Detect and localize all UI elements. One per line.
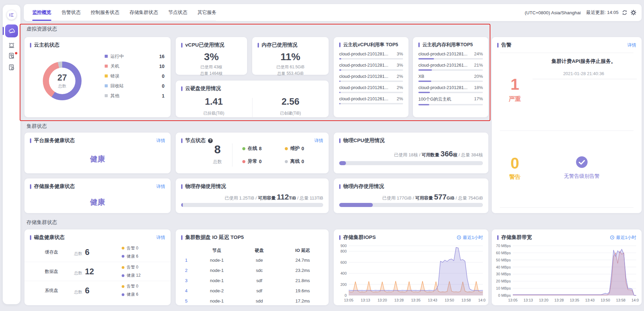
card-title: 内存已使用情况 — [262, 42, 297, 48]
legend-item-other: 其他1 — [105, 91, 164, 101]
legend-swatch — [105, 65, 108, 68]
io-latency-table: 节点 硬盘 IO 延迟 1node-1sde24.7ms 2node-1sdc2… — [176, 246, 329, 306]
tabs-baseline — [32, 20, 216, 21]
top5-item: cloud-product-2101281...3% — [339, 51, 403, 59]
legend-item-recycle: 回收站0 — [105, 81, 164, 91]
tab-control-service-status[interactable]: 控制服务状态 — [91, 10, 119, 16]
top5-item: cloud-product-2101281...3% — [339, 63, 403, 71]
divider — [533, 79, 637, 79]
sidebar-item-monitor-overview[interactable] — [5, 24, 18, 37]
node-total: 8 总数 — [203, 143, 232, 165]
sidebar-item-history[interactable] — [8, 64, 15, 71]
disk-created: 2.56 已创建(TiB) — [253, 97, 329, 118]
card-disk-health: 磁盘健康状态详情 缓存盘 总数6 告警 0 健康 6 数据盘 总数12 告警 0… — [24, 229, 171, 305]
card-physical-memory: 物理内存使用情况 已使用 177GiB / 可用容量 577GiB / 总量 7… — [334, 178, 488, 213]
disk-alert-count: 告警 0 — [122, 264, 167, 270]
active-nav-indicator — [3, 27, 4, 35]
top5-item: cloud-product-2101281...2% — [339, 74, 403, 82]
sidebar — [3, 5, 20, 304]
gear-icon[interactable] — [631, 10, 636, 15]
node-total-count: 8 — [203, 143, 232, 156]
card-title: 集群数据盘 IO 延迟 TOP5 — [185, 234, 244, 241]
disk-alert-count: 告警 0 — [122, 283, 167, 289]
svg-text:0 MBps: 0 MBps — [498, 293, 511, 297]
menu-toggle-button[interactable] — [7, 10, 16, 20]
legend-dot — [122, 285, 124, 288]
tab-node-status[interactable]: 节点状态 — [168, 10, 187, 16]
tab-alert-status[interactable]: 告警状态 — [62, 10, 81, 16]
svg-text:200: 200 — [341, 282, 347, 287]
legend-dot — [122, 266, 124, 269]
card-physical-storage: 物理存储使用情况 已使用 1.25TiB / 可用容量 112TiB / 总量 … — [176, 178, 329, 213]
tab-storage-cluster-status[interactable]: 存储集群状态 — [129, 10, 158, 16]
card-title: 平台服务健康状态 — [34, 137, 75, 144]
alert-message: 集群计费API服务停止服务。 — [529, 58, 638, 65]
card-storage-iops-chart: 存储集群IOPS 最近1小时 900800600400200013:0513:1… — [334, 229, 488, 305]
card-io-latency-top5: 集群数据盘 IO 延迟 TOP5 节点 硬盘 IO 延迟 1node-1sde2… — [176, 229, 329, 305]
svg-text:13:13: 13:13 — [361, 298, 370, 302]
card-vcpu-top5: 云主机vCPU利用率 TOP5 cloud-product-2101281...… — [334, 37, 408, 117]
card-title: 告警 — [501, 42, 511, 48]
svg-text:13:43: 13:43 — [428, 298, 437, 302]
title-mark — [30, 235, 31, 240]
svg-text:13:05: 13:05 — [344, 298, 353, 302]
svg-text:600: 600 — [341, 260, 347, 264]
table-row: 4node-2sdf19.6ms — [178, 286, 327, 296]
svg-text:13:43: 13:43 — [585, 298, 595, 302]
critical-count: 1 — [501, 75, 529, 93]
card-node-status: 节点状态?详情 8 总数 在线8 维护0 异常0 离线0 — [176, 133, 329, 173]
title-mark — [497, 235, 499, 240]
help-icon[interactable]: ? — [208, 138, 213, 143]
top5-item: cloud-product-2101261...21% — [418, 63, 483, 71]
check-circle-icon — [576, 156, 588, 168]
clock-icon — [457, 235, 461, 240]
disk-mounted: 1.41 已挂载(TiB) — [176, 97, 252, 118]
nodes-detail-link[interactable]: 详情 — [314, 138, 323, 144]
svg-text:60 MBps: 60 MBps — [496, 251, 511, 255]
time-range-selector[interactable]: 最近1小时 — [610, 235, 636, 241]
svg-text:50 MBps: 50 MBps — [496, 258, 511, 262]
title-mark — [339, 42, 341, 47]
disk-row-data: 数据盘 总数12 告警 0 健康 12 — [24, 262, 171, 281]
table-row: 2node-1sdc23.2ms — [178, 265, 327, 275]
physical-storage-bar — [181, 203, 323, 207]
refresh-icon[interactable] — [622, 10, 627, 15]
vm-total-count: 27 — [57, 73, 67, 83]
divider — [500, 207, 633, 208]
top5-item: cloud-product-2101281...24% — [418, 51, 483, 59]
card-title: 物理CPU使用情况 — [343, 137, 385, 144]
node-total-label: 总数 — [203, 159, 232, 165]
legend-dot — [242, 147, 245, 150]
svg-text:13:50: 13:50 — [601, 298, 610, 302]
top5-item: cloud-product-2101281...18% — [418, 85, 483, 93]
disk-created-value: 2.56 — [253, 97, 329, 107]
legend-dot — [285, 147, 288, 150]
disk-mounted-label: 已挂载(TiB) — [176, 110, 252, 116]
time-range-selector[interactable]: 最近1小时 — [457, 235, 483, 241]
title-mark — [30, 184, 31, 189]
alerts-detail-link[interactable]: 详情 — [627, 42, 636, 48]
disk-healthy-count: 健康 6 — [122, 292, 167, 297]
legend-swatch — [105, 55, 108, 58]
sidebar-item-alarm[interactable] — [8, 42, 15, 49]
svg-text:13:58: 13:58 — [616, 298, 626, 302]
legend-dot — [122, 274, 124, 277]
hamburger-icon — [9, 12, 14, 18]
section-label-cluster: 集群状态 — [27, 123, 47, 129]
platform-detail-link[interactable]: 详情 — [156, 138, 165, 144]
sidebar-item-inspection-report[interactable] — [8, 52, 15, 59]
card-title: 物理内存使用情况 — [343, 183, 384, 190]
card-vcpu-usage: vCPU已使用情况 3% 已使用 43核 总量 1464核 — [176, 37, 247, 75]
alert-timestamp: 2021-01-28 21:40:36 — [529, 71, 638, 76]
tab-other-services[interactable]: 其它服务 — [197, 10, 216, 16]
card-title: vCPU已使用情况 — [185, 42, 224, 48]
panel-alerts: 告警详情 集群计费API服务停止服务。 2021-01-28 21:40:36 … — [492, 37, 642, 213]
title-mark — [339, 235, 341, 240]
storage-service-detail-link[interactable]: 详情 — [156, 184, 165, 190]
tab-monitor-overview[interactable]: 监控概览 — [32, 10, 51, 16]
svg-text:0: 0 — [345, 293, 347, 297]
svg-text:13:20: 13:20 — [378, 298, 387, 302]
disk-health-detail-link[interactable]: 详情 — [156, 235, 165, 241]
card-memory-top5: 云主机内存利用率TOP5 cloud-product-2101281...24%… — [413, 37, 488, 117]
title-mark — [339, 184, 341, 189]
